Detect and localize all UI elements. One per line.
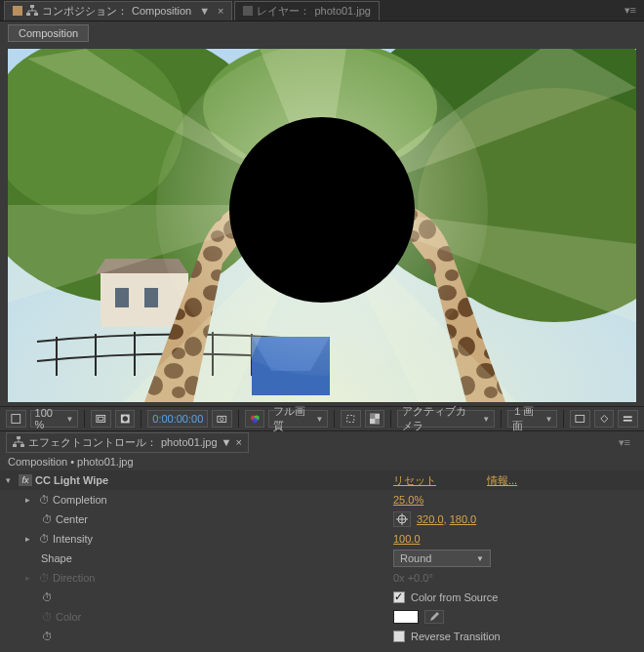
svg-rect-52	[17, 436, 20, 439]
direction-value: 0x +0.0°	[393, 572, 433, 584]
panel-menu-icon[interactable]: ▾≡	[611, 436, 638, 449]
safe-zones-button[interactable]	[91, 410, 111, 428]
snapshot-button[interactable]	[212, 410, 232, 428]
close-icon[interactable]: ×	[218, 5, 223, 17]
effect-name[interactable]: CC Light Wipe	[35, 474, 108, 486]
center-x-value[interactable]: 320.0	[417, 513, 444, 525]
close-icon[interactable]: ×	[235, 436, 241, 448]
effects-tab-prefix: エフェクトコントロール：	[28, 435, 157, 450]
preview-image	[8, 49, 636, 402]
shape-row: Shape Round▼	[0, 549, 644, 568]
flowchart-icon	[13, 436, 24, 448]
completion-label: Completion	[53, 494, 107, 506]
direction-row: ▸ ⏱ Direction 0x +0.0°	[0, 568, 644, 588]
stopwatch-icon[interactable]: ⏱	[41, 513, 53, 525]
svg-rect-35	[12, 415, 20, 424]
center-label: Center	[56, 513, 88, 525]
pixel-aspect-button[interactable]	[570, 410, 590, 428]
reverse-transition-label: Reverse Transition	[411, 631, 501, 642]
stopwatch-icon: ⏱	[38, 572, 50, 584]
intensity-label: Intensity	[53, 533, 93, 545]
dropdown-arrow-icon[interactable]: ▼	[199, 5, 210, 17]
about-link[interactable]: 情報...	[487, 473, 517, 488]
viewer-toolbar: 100 %▼ 0:00:00:00 フル画質▼ アクティブカメラ▼ １画面▼	[0, 406, 644, 431]
color-row: ⏱ Color	[0, 607, 644, 627]
reverse-transition-checkbox[interactable]	[393, 631, 405, 642]
resolution-value: フル画質	[273, 404, 309, 433]
reset-link[interactable]: リセット	[393, 473, 436, 488]
svg-rect-50	[624, 416, 632, 418]
color-label: Color	[56, 611, 81, 623]
mask-toggle-button[interactable]	[115, 410, 136, 428]
svg-rect-54	[20, 444, 24, 447]
dropdown-arrow-icon[interactable]: ▼	[221, 436, 232, 448]
views-select[interactable]: １画面▼	[507, 410, 557, 428]
timecode-field[interactable]: 0:00:00:00	[147, 410, 208, 428]
layer-tab-prefix: レイヤー：	[257, 4, 310, 19]
layer-color-swatch	[243, 6, 253, 16]
composition-viewer[interactable]	[8, 49, 636, 402]
svg-point-39	[122, 416, 127, 421]
stopwatch-icon[interactable]: ⏱	[41, 591, 53, 603]
flowchart-icon	[26, 5, 38, 17]
stopwatch-icon[interactable]: ⏱	[38, 494, 50, 506]
intensity-row: ▸ ⏱ Intensity 100.0	[0, 529, 644, 549]
twirl-down-icon[interactable]: ▾	[6, 475, 16, 485]
svg-rect-51	[624, 420, 632, 422]
completion-row: ▸ ⏱ Completion 25.0%	[0, 490, 644, 509]
eyedropper-button[interactable]	[424, 610, 444, 624]
completion-value[interactable]: 25.0%	[393, 494, 423, 506]
channel-button[interactable]	[245, 410, 265, 428]
stopwatch-icon[interactable]: ⏱	[38, 533, 50, 545]
svg-rect-47	[370, 414, 375, 419]
effects-tab-name: photo01.jpg	[161, 436, 218, 448]
transparency-grid-button[interactable]	[365, 410, 385, 428]
svg-rect-48	[375, 419, 380, 424]
twirl-right-icon[interactable]: ▸	[25, 534, 35, 544]
stopwatch-icon[interactable]: ⏱	[41, 631, 53, 642]
zoom-select[interactable]: 100 %▼	[30, 410, 79, 428]
center-row: ⏱ Center 320.0, 180.0	[0, 509, 644, 529]
shape-label: Shape	[41, 552, 72, 564]
svg-point-44	[252, 418, 257, 423]
dropdown-arrow-icon: ▼	[65, 415, 73, 424]
effects-panel-tab-bar: エフェクトコントロール： photo01.jpg ▼ × ▾≡	[0, 431, 644, 453]
composition-color-swatch	[13, 6, 22, 16]
camera-select[interactable]: アクティブカメラ▼	[397, 410, 495, 428]
dropdown-arrow-icon: ▼	[315, 415, 323, 424]
effect-header-row: ▾ fx CC Light Wipe リセット 情報...	[0, 470, 644, 490]
center-y-value[interactable]: 180.0	[450, 513, 477, 525]
composition-tab-name: Composition	[132, 5, 191, 17]
composition-tab[interactable]: コンポジション： Composition ▼ ×	[4, 1, 232, 20]
point-picker-button[interactable]	[393, 511, 411, 527]
color-from-source-checkbox[interactable]	[393, 591, 405, 603]
svg-rect-2	[34, 13, 38, 16]
shape-value: Round	[400, 552, 431, 564]
twirl-right-icon[interactable]: ▸	[25, 495, 35, 505]
color-from-source-label: Color from Source	[411, 591, 498, 603]
shape-select[interactable]: Round▼	[393, 550, 491, 567]
svg-rect-49	[576, 415, 584, 422]
views-value: １画面	[512, 404, 539, 433]
fx-badge-icon[interactable]: fx	[19, 474, 32, 486]
intensity-value[interactable]: 100.0	[393, 533, 421, 545]
always-preview-button[interactable]	[6, 410, 26, 428]
effect-controls-tab[interactable]: エフェクトコントロール： photo01.jpg ▼ ×	[6, 432, 249, 453]
layer-tab[interactable]: レイヤー： photo01.jpg	[234, 1, 380, 20]
timeline-button[interactable]	[618, 410, 638, 428]
fast-previews-button[interactable]	[594, 410, 615, 428]
breadcrumb-chip[interactable]: Composition	[8, 24, 89, 42]
twirl-right-icon: ▸	[25, 573, 35, 583]
svg-rect-53	[13, 444, 17, 447]
roi-button[interactable]	[341, 410, 361, 428]
dropdown-arrow-icon: ▼	[482, 415, 490, 424]
zoom-value: 100 %	[35, 407, 60, 430]
resolution-select[interactable]: フル画質▼	[268, 410, 328, 428]
svg-point-34	[229, 117, 415, 303]
dropdown-arrow-icon: ▼	[476, 554, 484, 563]
color-swatch[interactable]	[393, 610, 419, 624]
svg-point-41	[221, 418, 224, 422]
svg-rect-1	[26, 13, 30, 16]
svg-rect-36	[97, 415, 105, 422]
panel-menu-icon[interactable]: ▾≡	[617, 4, 644, 17]
